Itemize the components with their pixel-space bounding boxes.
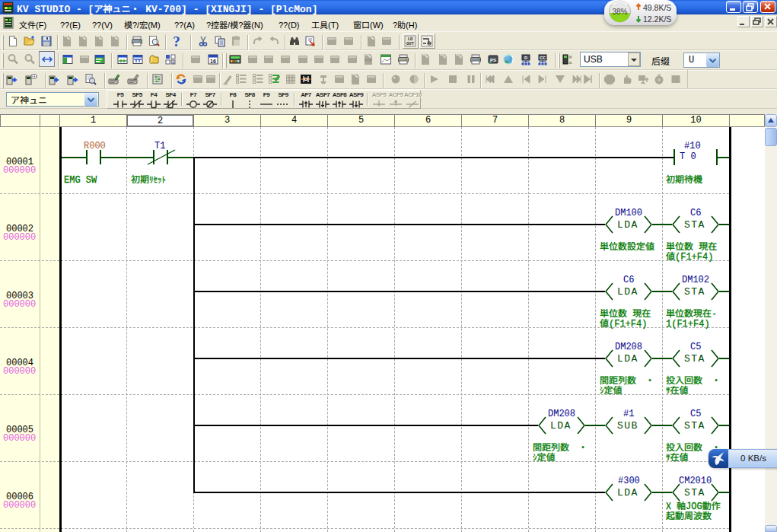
svg-text:PS: PS — [490, 58, 496, 62]
svg-text:?: ? — [173, 35, 180, 47]
svg-text:38%: 38% — [612, 8, 627, 16]
svg-text:16: 16 — [210, 59, 216, 64]
svg-text:OUT: OUT — [406, 41, 415, 46]
svg-text:49.8K/S: 49.8K/S — [643, 3, 671, 12]
svg-text:12.2K/S: 12.2K/S — [643, 14, 671, 24]
svg-text:D: D — [524, 56, 527, 60]
svg-text:CC: CC — [540, 56, 546, 60]
svg-text:FTP: FTP — [365, 58, 372, 62]
